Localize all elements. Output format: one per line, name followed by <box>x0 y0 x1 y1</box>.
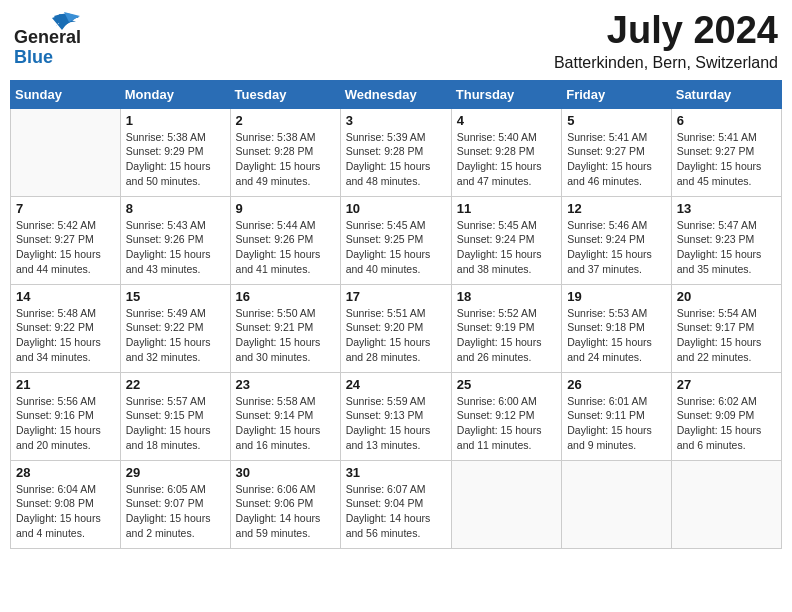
calendar-cell: 30Sunrise: 6:06 AMSunset: 9:06 PMDayligh… <box>230 460 340 548</box>
day-info: Sunrise: 6:05 AMSunset: 9:07 PMDaylight:… <box>126 482 225 541</box>
calendar-cell <box>11 108 121 196</box>
day-info: Sunrise: 6:01 AMSunset: 9:11 PMDaylight:… <box>567 394 666 453</box>
day-info: Sunrise: 5:57 AMSunset: 9:15 PMDaylight:… <box>126 394 225 453</box>
day-header-saturday: Saturday <box>671 80 781 108</box>
calendar-cell: 5Sunrise: 5:41 AMSunset: 9:27 PMDaylight… <box>562 108 672 196</box>
day-info: Sunrise: 5:49 AMSunset: 9:22 PMDaylight:… <box>126 306 225 365</box>
day-number: 21 <box>16 377 115 392</box>
calendar-cell: 10Sunrise: 5:45 AMSunset: 9:25 PMDayligh… <box>340 196 451 284</box>
calendar-cell: 14Sunrise: 5:48 AMSunset: 9:22 PMDayligh… <box>11 284 121 372</box>
calendar-cell: 8Sunrise: 5:43 AMSunset: 9:26 PMDaylight… <box>120 196 230 284</box>
day-number: 12 <box>567 201 666 216</box>
day-number: 6 <box>677 113 776 128</box>
day-number: 16 <box>236 289 335 304</box>
calendar-cell: 11Sunrise: 5:45 AMSunset: 9:24 PMDayligh… <box>451 196 561 284</box>
day-number: 7 <box>16 201 115 216</box>
calendar-cell: 6Sunrise: 5:41 AMSunset: 9:27 PMDaylight… <box>671 108 781 196</box>
calendar-cell: 29Sunrise: 6:05 AMSunset: 9:07 PMDayligh… <box>120 460 230 548</box>
day-number: 1 <box>126 113 225 128</box>
day-info: Sunrise: 5:43 AMSunset: 9:26 PMDaylight:… <box>126 218 225 277</box>
day-info: Sunrise: 5:40 AMSunset: 9:28 PMDaylight:… <box>457 130 556 189</box>
day-info: Sunrise: 5:38 AMSunset: 9:29 PMDaylight:… <box>126 130 225 189</box>
calendar-cell: 23Sunrise: 5:58 AMSunset: 9:14 PMDayligh… <box>230 372 340 460</box>
week-row-5: 28Sunrise: 6:04 AMSunset: 9:08 PMDayligh… <box>11 460 782 548</box>
day-info: Sunrise: 5:59 AMSunset: 9:13 PMDaylight:… <box>346 394 446 453</box>
header: General Blue July 2024 Batterkinden, Ber… <box>10 10 782 72</box>
day-number: 29 <box>126 465 225 480</box>
day-number: 31 <box>346 465 446 480</box>
day-number: 13 <box>677 201 776 216</box>
day-number: 10 <box>346 201 446 216</box>
calendar-cell <box>671 460 781 548</box>
week-row-4: 21Sunrise: 5:56 AMSunset: 9:16 PMDayligh… <box>11 372 782 460</box>
week-row-3: 14Sunrise: 5:48 AMSunset: 9:22 PMDayligh… <box>11 284 782 372</box>
calendar-cell: 20Sunrise: 5:54 AMSunset: 9:17 PMDayligh… <box>671 284 781 372</box>
day-info: Sunrise: 5:41 AMSunset: 9:27 PMDaylight:… <box>677 130 776 189</box>
day-info: Sunrise: 5:42 AMSunset: 9:27 PMDaylight:… <box>16 218 115 277</box>
day-header-tuesday: Tuesday <box>230 80 340 108</box>
day-number: 2 <box>236 113 335 128</box>
calendar-cell: 18Sunrise: 5:52 AMSunset: 9:19 PMDayligh… <box>451 284 561 372</box>
day-number: 8 <box>126 201 225 216</box>
day-number: 30 <box>236 465 335 480</box>
day-number: 17 <box>346 289 446 304</box>
day-info: Sunrise: 5:48 AMSunset: 9:22 PMDaylight:… <box>16 306 115 365</box>
day-header-wednesday: Wednesday <box>340 80 451 108</box>
day-info: Sunrise: 5:54 AMSunset: 9:17 PMDaylight:… <box>677 306 776 365</box>
day-header-sunday: Sunday <box>11 80 121 108</box>
location: Batterkinden, Bern, Switzerland <box>554 54 778 72</box>
calendar-cell: 22Sunrise: 5:57 AMSunset: 9:15 PMDayligh… <box>120 372 230 460</box>
day-number: 20 <box>677 289 776 304</box>
day-info: Sunrise: 5:56 AMSunset: 9:16 PMDaylight:… <box>16 394 115 453</box>
logo: General Blue <box>14 10 84 60</box>
calendar-cell: 3Sunrise: 5:39 AMSunset: 9:28 PMDaylight… <box>340 108 451 196</box>
calendar-cell: 9Sunrise: 5:44 AMSunset: 9:26 PMDaylight… <box>230 196 340 284</box>
day-header-monday: Monday <box>120 80 230 108</box>
day-number: 18 <box>457 289 556 304</box>
calendar-cell: 15Sunrise: 5:49 AMSunset: 9:22 PMDayligh… <box>120 284 230 372</box>
calendar-cell: 28Sunrise: 6:04 AMSunset: 9:08 PMDayligh… <box>11 460 121 548</box>
day-number: 27 <box>677 377 776 392</box>
calendar-cell: 27Sunrise: 6:02 AMSunset: 9:09 PMDayligh… <box>671 372 781 460</box>
day-number: 28 <box>16 465 115 480</box>
day-info: Sunrise: 5:38 AMSunset: 9:28 PMDaylight:… <box>236 130 335 189</box>
calendar-cell: 19Sunrise: 5:53 AMSunset: 9:18 PMDayligh… <box>562 284 672 372</box>
day-info: Sunrise: 6:06 AMSunset: 9:06 PMDaylight:… <box>236 482 335 541</box>
day-number: 11 <box>457 201 556 216</box>
day-info: Sunrise: 6:04 AMSunset: 9:08 PMDaylight:… <box>16 482 115 541</box>
calendar-cell: 7Sunrise: 5:42 AMSunset: 9:27 PMDaylight… <box>11 196 121 284</box>
day-info: Sunrise: 5:44 AMSunset: 9:26 PMDaylight:… <box>236 218 335 277</box>
day-header-friday: Friday <box>562 80 672 108</box>
day-info: Sunrise: 5:46 AMSunset: 9:24 PMDaylight:… <box>567 218 666 277</box>
day-info: Sunrise: 5:47 AMSunset: 9:23 PMDaylight:… <box>677 218 776 277</box>
title-area: July 2024 Batterkinden, Bern, Switzerlan… <box>554 10 778 72</box>
calendar-cell: 16Sunrise: 5:50 AMSunset: 9:21 PMDayligh… <box>230 284 340 372</box>
day-number: 14 <box>16 289 115 304</box>
calendar-cell: 1Sunrise: 5:38 AMSunset: 9:29 PMDaylight… <box>120 108 230 196</box>
day-info: Sunrise: 6:02 AMSunset: 9:09 PMDaylight:… <box>677 394 776 453</box>
day-number: 19 <box>567 289 666 304</box>
logo-blue: Blue <box>14 48 81 68</box>
calendar-table: SundayMondayTuesdayWednesdayThursdayFrid… <box>10 80 782 549</box>
day-number: 22 <box>126 377 225 392</box>
day-number: 15 <box>126 289 225 304</box>
day-info: Sunrise: 5:53 AMSunset: 9:18 PMDaylight:… <box>567 306 666 365</box>
day-info: Sunrise: 5:58 AMSunset: 9:14 PMDaylight:… <box>236 394 335 453</box>
day-number: 25 <box>457 377 556 392</box>
day-number: 3 <box>346 113 446 128</box>
day-number: 26 <box>567 377 666 392</box>
day-info: Sunrise: 5:51 AMSunset: 9:20 PMDaylight:… <box>346 306 446 365</box>
logo-general: General <box>14 28 81 48</box>
day-number: 4 <box>457 113 556 128</box>
day-info: Sunrise: 5:52 AMSunset: 9:19 PMDaylight:… <box>457 306 556 365</box>
calendar-cell: 21Sunrise: 5:56 AMSunset: 9:16 PMDayligh… <box>11 372 121 460</box>
week-row-2: 7Sunrise: 5:42 AMSunset: 9:27 PMDaylight… <box>11 196 782 284</box>
day-number: 9 <box>236 201 335 216</box>
calendar-cell: 26Sunrise: 6:01 AMSunset: 9:11 PMDayligh… <box>562 372 672 460</box>
day-number: 23 <box>236 377 335 392</box>
day-info: Sunrise: 6:07 AMSunset: 9:04 PMDaylight:… <box>346 482 446 541</box>
calendar-cell: 24Sunrise: 5:59 AMSunset: 9:13 PMDayligh… <box>340 372 451 460</box>
calendar-cell: 12Sunrise: 5:46 AMSunset: 9:24 PMDayligh… <box>562 196 672 284</box>
calendar-cell <box>451 460 561 548</box>
calendar-cell <box>562 460 672 548</box>
